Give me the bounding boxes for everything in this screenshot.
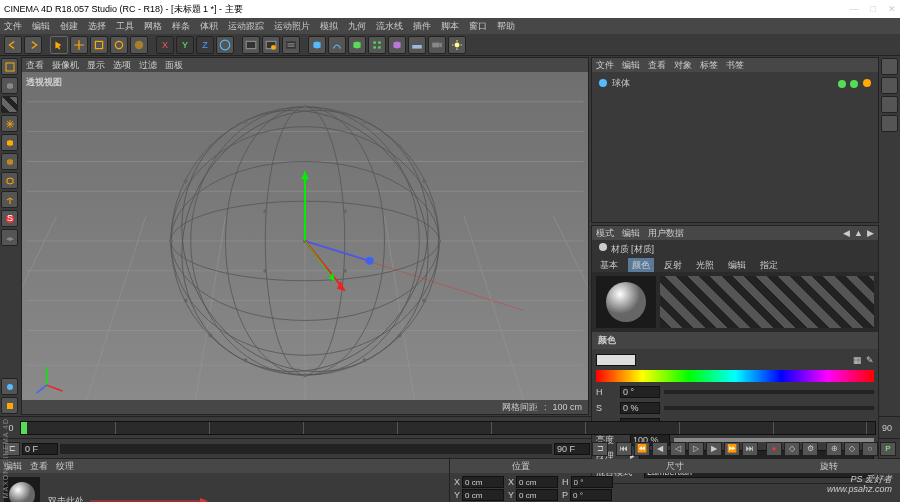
menu-mesh[interactable]: 网格: [144, 20, 162, 33]
play-back-icon[interactable]: ◁: [670, 442, 686, 456]
attr-mode[interactable]: 模式: [596, 227, 614, 240]
k-pla-icon[interactable]: P: [880, 442, 896, 456]
k-rot-icon[interactable]: ○: [862, 442, 878, 456]
render-view[interactable]: [242, 36, 260, 54]
render-settings[interactable]: [282, 36, 300, 54]
coord-pos[interactable]: 位置: [512, 460, 530, 473]
vis-dot-editor[interactable]: [838, 80, 846, 88]
mm-tex[interactable]: 纹理: [56, 460, 74, 473]
nurbs-tool[interactable]: [348, 36, 366, 54]
object-mode[interactable]: [1, 115, 18, 132]
rp-3[interactable]: [881, 96, 898, 113]
texture-mode[interactable]: [1, 96, 18, 113]
tab-assign[interactable]: 指定: [756, 258, 782, 273]
autokey-icon[interactable]: ◇: [784, 442, 800, 456]
menu-help[interactable]: 帮助: [497, 20, 515, 33]
pen-tool[interactable]: [328, 36, 346, 54]
menu-char[interactable]: 九何: [348, 20, 366, 33]
close-button[interactable]: ✕: [888, 4, 896, 14]
vp-display[interactable]: 显示: [87, 59, 105, 72]
menu-plugins[interactable]: 插件: [413, 20, 431, 33]
rot-p[interactable]: [570, 489, 612, 501]
bright-slider[interactable]: [674, 438, 874, 442]
edge-mode[interactable]: [1, 153, 18, 170]
menu-motrack[interactable]: 运动跟踪: [228, 20, 264, 33]
range-bar[interactable]: [60, 444, 552, 454]
menu-mograph[interactable]: 运动照片: [274, 20, 310, 33]
snap-toggle[interactable]: S: [1, 210, 18, 227]
tab-lumin[interactable]: 光照: [692, 258, 718, 273]
menu-tools[interactable]: 工具: [116, 20, 134, 33]
frame-end[interactable]: [554, 443, 590, 455]
nav-up-icon[interactable]: ▲: [854, 228, 863, 238]
h-slider[interactable]: [664, 390, 874, 394]
viewport-3d[interactable]: 透视视图: [22, 72, 588, 400]
vis-dot-render[interactable]: [850, 80, 858, 88]
pos-x[interactable]: [462, 476, 504, 488]
menu-sim[interactable]: 模拟: [320, 20, 338, 33]
material-thumb[interactable]: [4, 477, 40, 502]
menu-window[interactable]: 窗口: [469, 20, 487, 33]
k-pos-icon[interactable]: ⊕: [826, 442, 842, 456]
scale-tool[interactable]: [90, 36, 108, 54]
play-fwd-icon[interactable]: ▷: [688, 442, 704, 456]
nav-fwd-icon[interactable]: ▶: [867, 228, 874, 238]
workplane[interactable]: [1, 229, 18, 246]
menu-select[interactable]: 选择: [88, 20, 106, 33]
s-slider[interactable]: [664, 406, 874, 410]
next-key-icon[interactable]: ⏩: [724, 442, 740, 456]
mm-view[interactable]: 查看: [30, 460, 48, 473]
om-file[interactable]: 文件: [596, 59, 614, 72]
record-icon[interactable]: ●: [766, 442, 782, 456]
array-tool[interactable]: [368, 36, 386, 54]
move-tool[interactable]: [70, 36, 88, 54]
h-input[interactable]: [620, 386, 660, 398]
k-scale-icon[interactable]: ◇: [844, 442, 860, 456]
color-swatch[interactable]: [596, 354, 636, 366]
playhead[interactable]: [21, 422, 27, 434]
menu-create[interactable]: 创建: [60, 20, 78, 33]
make-editable[interactable]: [1, 58, 18, 75]
vp-options[interactable]: 选项: [113, 59, 131, 72]
tab-color[interactable]: 颜色: [628, 258, 654, 273]
y-axis-lock[interactable]: Y: [176, 36, 194, 54]
prev-key-icon[interactable]: ⏪: [634, 442, 650, 456]
goto-end-icon[interactable]: ⏭: [742, 442, 758, 456]
timeline-ruler[interactable]: [20, 421, 876, 435]
om-view[interactable]: 查看: [648, 59, 666, 72]
extra-2[interactable]: [1, 397, 18, 414]
rotate-tool[interactable]: [110, 36, 128, 54]
viewport[interactable]: 查看 摄像机 显示 选项 过滤 面板 透视视图: [21, 57, 589, 415]
vp-panel[interactable]: 面板: [165, 59, 183, 72]
redo-button[interactable]: [24, 36, 42, 54]
tab-basic[interactable]: 基本: [596, 258, 622, 273]
select-tool[interactable]: [50, 36, 68, 54]
rp-1[interactable]: [881, 58, 898, 75]
hue-gradient[interactable]: [596, 370, 874, 382]
last-tool[interactable]: [130, 36, 148, 54]
rp-4[interactable]: [881, 115, 898, 132]
polygon-mode[interactable]: [1, 172, 18, 189]
point-mode[interactable]: [1, 134, 18, 151]
z-axis-lock[interactable]: Z: [196, 36, 214, 54]
menu-file[interactable]: 文件: [4, 20, 22, 33]
size-x[interactable]: [516, 476, 558, 488]
rp-2[interactable]: [881, 77, 898, 94]
rot-h[interactable]: [571, 476, 613, 488]
menu-pipeline[interactable]: 流水线: [376, 20, 403, 33]
key-opts-icon[interactable]: ⚙: [802, 442, 818, 456]
prev-frame-icon[interactable]: ◀: [652, 442, 668, 456]
cube-primitive[interactable]: [308, 36, 326, 54]
coord-size[interactable]: 尺寸: [666, 460, 684, 473]
deformer-tool[interactable]: [388, 36, 406, 54]
render-pv[interactable]: [262, 36, 280, 54]
menu-edit[interactable]: 编辑: [32, 20, 50, 33]
s-input[interactable]: [620, 402, 660, 414]
om-edit[interactable]: 编辑: [622, 59, 640, 72]
light-tool[interactable]: [448, 36, 466, 54]
maximize-button[interactable]: □: [871, 4, 876, 14]
frame-current[interactable]: [22, 443, 58, 455]
tab-reflect[interactable]: 反射: [660, 258, 686, 273]
model-mode[interactable]: [1, 77, 18, 94]
undo-button[interactable]: [4, 36, 22, 54]
